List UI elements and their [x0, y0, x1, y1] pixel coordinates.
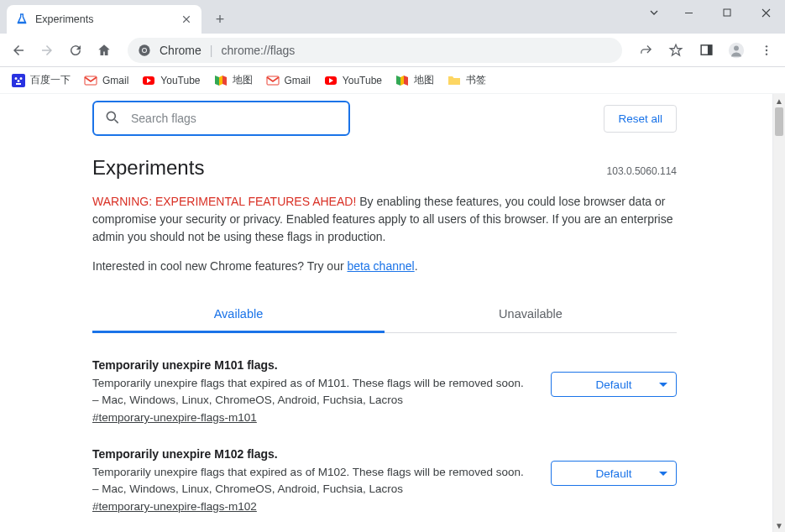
svg-rect-5 [707, 45, 711, 55]
svg-point-3 [143, 49, 146, 52]
home-button[interactable] [92, 39, 116, 62]
flag-item: Temporarily unexpire M101 flags. Tempora… [92, 358, 677, 424]
new-tab-button[interactable]: + [208, 8, 232, 31]
search-flags-box[interactable] [92, 101, 350, 136]
bookmark-star-icon[interactable] [664, 39, 688, 62]
bookmark-label: Gmail [102, 75, 128, 86]
beta-channel-link[interactable]: beta channel [347, 259, 414, 273]
bookmark-label: 地图 [414, 73, 434, 87]
svg-point-8 [766, 45, 767, 47]
youtube-icon [142, 74, 155, 87]
flask-icon [15, 13, 29, 26]
bookmark-youtube[interactable]: YouTube [137, 70, 205, 91]
bookmarks-bar: 百度一下 Gmail YouTube 地图 Gmail YouTube 地图 书… [0, 67, 785, 94]
reload-button[interactable] [64, 39, 87, 62]
warning-text: WARNING: EXPERIMENTAL FEATURES AHEAD! By… [92, 193, 677, 246]
bookmark-gmail-2[interactable]: Gmail [261, 70, 316, 91]
close-window-button[interactable] [746, 0, 785, 25]
bookmark-label: 百度一下 [30, 73, 71, 87]
bookmark-gmail[interactable]: Gmail [79, 70, 133, 91]
bookmark-label: YouTube [343, 75, 382, 86]
flag-item: Temporarily unexpire M102 flags. Tempora… [92, 447, 677, 513]
omnibox-text: Chrome | chrome://flags [160, 44, 295, 57]
svg-point-10 [766, 53, 767, 55]
search-icon [104, 109, 121, 128]
bookmark-label: YouTube [160, 75, 200, 86]
menu-dots-icon[interactable] [755, 39, 778, 62]
scrollbar-up-icon[interactable]: ▲ [773, 94, 785, 107]
flag-state-select[interactable]: Default [551, 372, 677, 397]
scrollbar-down-icon[interactable]: ▼ [773, 519, 785, 532]
tab-unavailable[interactable]: Unavailable [385, 297, 677, 333]
tab-available[interactable]: Available [92, 297, 385, 333]
toolbar: Chrome | chrome://flags [0, 34, 785, 67]
svg-point-7 [734, 45, 739, 50]
gmail-icon [266, 74, 280, 87]
bookmark-label: 书签 [466, 73, 486, 87]
search-flags-input[interactable] [131, 112, 338, 125]
flag-state-select[interactable]: Default [551, 461, 677, 486]
bookmark-youtube-2[interactable]: YouTube [319, 70, 387, 91]
maximize-button[interactable] [708, 0, 746, 25]
tab-search-caret-icon[interactable] [639, 0, 669, 25]
bookmark-maps[interactable]: 地图 [209, 70, 258, 91]
minimize-button[interactable] [669, 0, 708, 25]
omnibox[interactable]: Chrome | chrome://flags [128, 38, 622, 63]
flag-description: Temporarily unexpire flags that expired … [92, 375, 531, 408]
tab-title: Experiments [35, 13, 180, 25]
scrollbar-thumb[interactable] [775, 107, 783, 136]
browser-tab[interactable]: Experiments [7, 5, 201, 34]
page-content: Reset all Experiments 103.0.5060.114 WAR… [0, 94, 772, 532]
bookmark-label: Gmail [285, 75, 311, 86]
forward-button [35, 39, 59, 62]
svg-rect-0 [724, 9, 730, 16]
profile-avatar-icon[interactable] [725, 39, 748, 62]
maps-icon [214, 74, 228, 87]
flags-tabs: Available Unavailable [92, 296, 677, 333]
bookmark-maps-2[interactable]: 地图 [390, 70, 439, 91]
bookmark-baidu[interactable]: 百度一下 [7, 70, 76, 91]
scrollbar-track[interactable]: ▲ ▼ [772, 94, 785, 532]
maps-icon [395, 74, 409, 87]
flag-anchor-link[interactable]: #temporary-unexpire-flags-m102 [92, 500, 257, 513]
back-button[interactable] [7, 39, 30, 62]
baidu-icon [12, 74, 25, 87]
flag-anchor-link[interactable]: #temporary-unexpire-flags-m101 [92, 411, 257, 424]
bookmark-folder[interactable]: 书签 [442, 70, 491, 91]
youtube-icon [324, 74, 338, 87]
window-titlebar: Experiments + [0, 0, 785, 34]
beta-channel-line: Interested in cool new Chrome features? … [92, 259, 677, 273]
svg-point-16 [107, 112, 115, 120]
gmail-icon [84, 74, 97, 87]
flag-title: Temporarily unexpire M101 flags. [92, 358, 531, 372]
close-tab-icon[interactable] [180, 13, 193, 26]
bookmark-label: 地图 [233, 73, 253, 87]
side-panel-icon[interactable] [694, 39, 718, 62]
flag-description: Temporarily unexpire flags that expired … [92, 464, 531, 497]
flag-title: Temporarily unexpire M102 flags. [92, 447, 531, 461]
chrome-icon [138, 44, 151, 57]
reset-all-button[interactable]: Reset all [604, 105, 677, 133]
page-title: Experiments [92, 156, 204, 180]
version-label: 103.0.5060.114 [607, 165, 677, 177]
window-controls [639, 0, 785, 25]
share-icon[interactable] [634, 39, 657, 62]
folder-icon [447, 74, 461, 87]
svg-point-9 [766, 49, 767, 50]
